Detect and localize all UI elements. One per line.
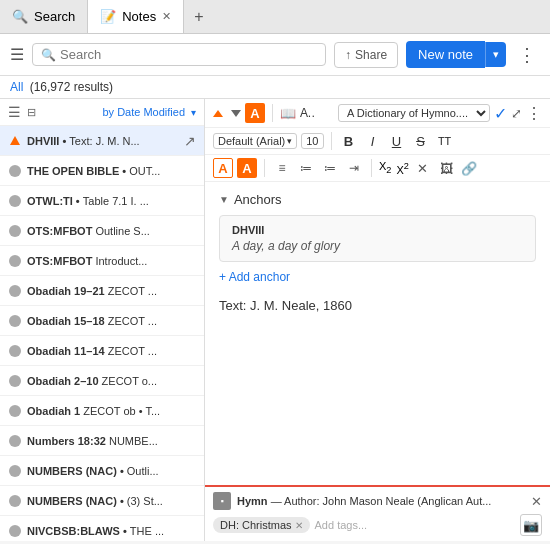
expand-icon[interactable]: ⤢: [511, 106, 522, 121]
note-text-11: Numbers 18:32 NUMBE...: [27, 435, 196, 447]
tab-search[interactable]: 🔍 Search: [0, 0, 87, 33]
anchor-subtitle: A day, a day of glory: [232, 239, 523, 253]
note-title: A Dictionary of Hymno....: [300, 106, 315, 120]
hymn-close-button[interactable]: ✕: [531, 494, 542, 509]
note-icon-person-9: [8, 374, 22, 388]
camera-icon-button[interactable]: 📷: [520, 514, 542, 536]
clear-format-button[interactable]: ✕: [413, 158, 433, 178]
note-item-9[interactable]: Obadiah 2–10 ZECOT o...: [0, 366, 204, 396]
indent-button[interactable]: ⇥: [344, 158, 364, 178]
note-text-8: Obadiah 11–14 ZECOT ...: [27, 345, 196, 357]
tab-bar: 🔍 Search 📝 Notes ✕ +: [0, 0, 550, 34]
share-button[interactable]: ↑ Share: [334, 42, 398, 68]
subscript-button[interactable]: X2: [379, 160, 391, 175]
note-list: DHVIII • Text: J. M. N... ↗ THE OPEN BIB…: [0, 126, 204, 541]
note-item-6[interactable]: Obadiah 19–21 ZECOT ...: [0, 276, 204, 306]
ordered-list-button[interactable]: ≔: [320, 158, 340, 178]
note-item-11[interactable]: Numbers 18:32 NUMBE...: [0, 426, 204, 456]
note-item-4[interactable]: OTS:MFBOT Outline S...: [0, 216, 204, 246]
editor-area[interactable]: ▼ Anchors DHVIII A day, a day of glory +…: [205, 182, 550, 485]
note-icon-person-14: [8, 524, 22, 538]
arrow-down-button[interactable]: [231, 110, 241, 117]
main-content: ☰ ⊟ by Date Modified ▾ DHVIII • Text: J.…: [0, 99, 550, 541]
tab-add-button[interactable]: +: [184, 8, 213, 26]
note-icon-person-3: [8, 194, 22, 208]
align-left-button[interactable]: ≡: [272, 158, 292, 178]
more-options-button[interactable]: ⋮: [514, 44, 540, 66]
note-icon-person-10: [8, 404, 22, 418]
note-text-1: DHVIII • Text: J. M. N...: [27, 135, 179, 147]
tt-button[interactable]: TT: [435, 131, 455, 151]
note-item-5[interactable]: OTS:MFBOT Introduct...: [0, 246, 204, 276]
toolbar-separator-1: [272, 104, 273, 122]
note-text-14: NIVCBSB:BLAWS • THE ...: [27, 525, 196, 537]
note-item-12[interactable]: NUMBERS (NAC) • Outli...: [0, 456, 204, 486]
bottom-bar: ▪ Hymn — Author: John Mason Neale (Angli…: [205, 485, 550, 541]
note-item-2[interactable]: THE OPEN BIBLE • OUT...: [0, 156, 204, 186]
list-options-icon[interactable]: ☰: [8, 104, 21, 120]
unordered-list-button[interactable]: ≔: [296, 158, 316, 178]
note-icon-person-5: [8, 254, 22, 268]
tab-search-label: Search: [34, 9, 75, 24]
anchor-title: DHVIII: [232, 224, 523, 236]
arrow-up-button[interactable]: [213, 110, 223, 117]
strikethrough-button[interactable]: S: [411, 131, 431, 151]
image-insert-button[interactable]: 🖼: [437, 158, 457, 178]
bold-button[interactable]: B: [339, 131, 359, 151]
note-item-14[interactable]: NIVCBSB:BLAWS • THE ...: [0, 516, 204, 541]
note-item-7[interactable]: Obadiah 15–18 ZECOT ...: [0, 306, 204, 336]
main-toolbar: ☰ 🔍 ↑ Share New note ▾ ⋮: [0, 34, 550, 76]
share-label: Share: [355, 48, 387, 62]
note-item-8[interactable]: Obadiah 11–14 ZECOT ...: [0, 336, 204, 366]
toolbar-separator-3: [264, 159, 265, 177]
hymn-icon: ▪: [213, 492, 231, 510]
font-dropdown-arrow: ▾: [287, 136, 292, 146]
font-size-select[interactable]: 10: [301, 133, 323, 149]
sort-label[interactable]: by Date Modified: [102, 106, 185, 118]
search-box[interactable]: 🔍: [32, 43, 326, 66]
note-item-13[interactable]: NUMBERS (NAC) • (3) St...: [0, 486, 204, 516]
new-note-button[interactable]: New note: [406, 41, 485, 68]
tags-row: DH: Christmas ✕ Add tags... 📷: [213, 514, 542, 536]
tab-notes-close[interactable]: ✕: [162, 10, 171, 23]
more-editor-icon[interactable]: ⋮: [526, 104, 542, 123]
note-icon-person-12: [8, 464, 22, 478]
checkmark-icon[interactable]: ✓: [494, 104, 507, 123]
hymn-row: ▪ Hymn — Author: John Mason Neale (Angli…: [213, 492, 542, 510]
tab-notes[interactable]: 📝 Notes ✕: [87, 0, 184, 33]
note-dropdown[interactable]: A Dictionary of Hymno....: [338, 104, 490, 122]
note-item-1[interactable]: DHVIII • Text: J. M. N... ↗: [0, 126, 204, 156]
note-item-3[interactable]: OTWL:TI • Table 7.1 I. ...: [0, 186, 204, 216]
right-panel: A 📖 A Dictionary of Hymno.... A Dictiona…: [205, 99, 550, 541]
note-icon-person-11: [8, 434, 22, 448]
search-input[interactable]: [60, 47, 317, 62]
link-button[interactable]: 🔗: [461, 161, 477, 176]
fill-a-button[interactable]: A: [237, 158, 257, 178]
note-item-10[interactable]: Obadiah 1 ZECOT ob • T...: [0, 396, 204, 426]
note-text-2: THE OPEN BIBLE • OUT...: [27, 165, 196, 177]
font-name: Default (Arial): [218, 135, 285, 147]
list-toolbar: ☰ ⊟ by Date Modified ▾: [0, 99, 204, 126]
outline-a-button[interactable]: A: [213, 158, 233, 178]
note-text-3: OTWL:TI • Table 7.1 I. ...: [27, 195, 196, 207]
anchors-section: ▼ Anchors DHVIII A day, a day of glory +…: [219, 192, 536, 284]
list-view-icon[interactable]: ⊟: [27, 106, 36, 119]
sort-arrow-icon[interactable]: ▾: [191, 107, 196, 118]
editor-toolbar-3: A A ≡ ≔ ≔ ⇥ X2 X2 ✕ 🖼 🔗: [205, 155, 550, 182]
add-anchor-button[interactable]: + Add anchor: [219, 270, 536, 284]
superscript-button[interactable]: X2: [396, 161, 408, 176]
share-icon: ↑: [345, 48, 351, 62]
menu-icon[interactable]: ☰: [10, 45, 24, 64]
italic-button[interactable]: I: [363, 131, 383, 151]
add-tags-input[interactable]: Add tags...: [315, 519, 368, 531]
font-select[interactable]: Default (Arial) ▾: [213, 133, 297, 149]
filter-all[interactable]: All: [10, 80, 23, 94]
camera-icon-symbol: 📷: [523, 518, 539, 533]
tag-remove-button[interactable]: ✕: [295, 520, 303, 531]
underline-button[interactable]: U: [387, 131, 407, 151]
note-icon-person-8: [8, 344, 22, 358]
highlight-a-button[interactable]: A: [245, 103, 265, 123]
anchors-header[interactable]: ▼ Anchors: [219, 192, 536, 207]
hymn-icon-symbol: ▪: [220, 496, 223, 506]
new-note-dropdown[interactable]: ▾: [485, 42, 506, 67]
